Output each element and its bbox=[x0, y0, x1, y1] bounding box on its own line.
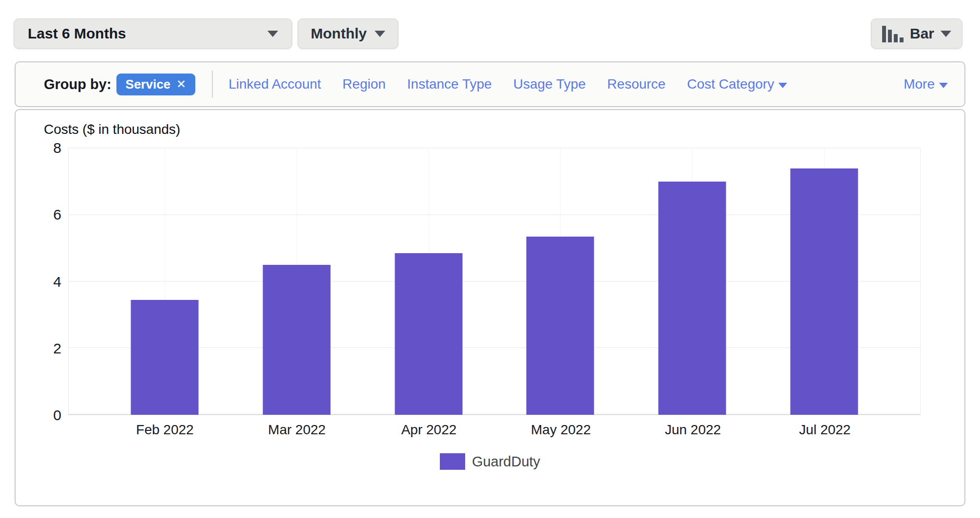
groupby-link-cost-category[interactable]: Cost Category bbox=[687, 76, 787, 92]
groupby-more-link[interactable]: More bbox=[904, 76, 948, 92]
x-axis: Feb 2022Mar 2022Apr 2022May 2022Jun 2022… bbox=[99, 422, 891, 438]
x-tick-label: Mar 2022 bbox=[231, 422, 363, 438]
category-jul-2022 bbox=[758, 148, 890, 415]
category-may-2022 bbox=[494, 148, 626, 415]
bar-apr-2022[interactable] bbox=[395, 253, 462, 415]
chevron-down-icon bbox=[267, 31, 278, 37]
groupby-link-label: Cost Category bbox=[687, 76, 774, 92]
groupby-link-usage-type[interactable]: Usage Type bbox=[513, 76, 586, 92]
chevron-down-icon bbox=[941, 31, 951, 37]
x-tick-label: Apr 2022 bbox=[363, 422, 495, 438]
divider bbox=[212, 71, 213, 98]
more-label: More bbox=[904, 76, 935, 92]
chart-type-label: Bar bbox=[910, 25, 934, 42]
category-apr-2022 bbox=[362, 148, 494, 415]
date-range-dropdown[interactable]: Last 6 Months bbox=[14, 18, 292, 49]
bar-series bbox=[99, 148, 890, 415]
category-feb-2022 bbox=[99, 148, 231, 415]
bar-mar-2022[interactable] bbox=[263, 265, 331, 415]
bar-chart-icon bbox=[882, 25, 904, 42]
bar-feb-2022[interactable] bbox=[131, 300, 199, 415]
groupby-bar: Group by: Service ✕ Linked AccountRegion… bbox=[15, 61, 965, 107]
legend-label: GuardDuty bbox=[472, 454, 540, 470]
bar-jun-2022[interactable] bbox=[659, 182, 726, 415]
legend-swatch-guardduty bbox=[440, 453, 465, 470]
y-tick-label: 6 bbox=[53, 207, 61, 222]
chart-panel: Costs ($ in thousands) 02468 Feb 2022Mar… bbox=[15, 109, 965, 506]
groupby-label: Group by: bbox=[44, 76, 112, 92]
granularity-dropdown[interactable]: Monthly bbox=[298, 18, 398, 49]
groupby-link-linked-account[interactable]: Linked Account bbox=[228, 76, 321, 92]
bar-may-2022[interactable] bbox=[527, 237, 594, 415]
groupby-link-instance-type[interactable]: Instance Type bbox=[407, 76, 492, 92]
chevron-down-icon bbox=[939, 83, 948, 88]
close-icon[interactable]: ✕ bbox=[176, 78, 186, 90]
groupby-link-label: Region bbox=[342, 76, 386, 92]
groupby-link-label: Instance Type bbox=[407, 76, 492, 92]
chevron-down-icon bbox=[375, 31, 385, 37]
x-tick-label: Feb 2022 bbox=[99, 422, 231, 438]
chart-legend: GuardDuty bbox=[16, 453, 964, 470]
date-range-label: Last 6 Months bbox=[28, 25, 126, 42]
granularity-label: Monthly bbox=[311, 25, 367, 42]
y-tick-label: 4 bbox=[53, 275, 61, 289]
groupby-link-resource[interactable]: Resource bbox=[607, 76, 666, 92]
groupby-links: Linked AccountRegionInstance TypeUsage T… bbox=[228, 76, 787, 92]
category-mar-2022 bbox=[231, 148, 363, 415]
y-tick-label: 0 bbox=[53, 408, 61, 423]
chart-type-dropdown[interactable]: Bar bbox=[871, 18, 962, 49]
category-jun-2022 bbox=[626, 148, 758, 415]
groupby-link-label: Linked Account bbox=[228, 76, 321, 92]
bar-chart: 02468 bbox=[29, 148, 964, 415]
x-tick-label: May 2022 bbox=[495, 422, 627, 438]
y-tick-label: 2 bbox=[53, 341, 61, 356]
x-tick-label: Jun 2022 bbox=[627, 422, 759, 438]
chart-title: Costs ($ in thousands) bbox=[44, 122, 964, 137]
groupby-chip-service[interactable]: Service ✕ bbox=[116, 74, 196, 95]
groupby-link-region[interactable]: Region bbox=[342, 76, 386, 92]
groupby-link-label: Usage Type bbox=[513, 76, 586, 92]
y-axis: 02468 bbox=[29, 148, 68, 415]
chevron-down-icon bbox=[778, 83, 787, 88]
x-tick-label: Jul 2022 bbox=[759, 422, 891, 438]
plot-area bbox=[68, 148, 921, 415]
y-tick-label: 8 bbox=[53, 141, 61, 155]
bar-jul-2022[interactable] bbox=[790, 168, 858, 415]
chip-label: Service bbox=[126, 77, 171, 92]
toolbar: Last 6 Months Monthly Bar bbox=[14, 18, 962, 49]
groupby-link-label: Resource bbox=[607, 76, 666, 92]
